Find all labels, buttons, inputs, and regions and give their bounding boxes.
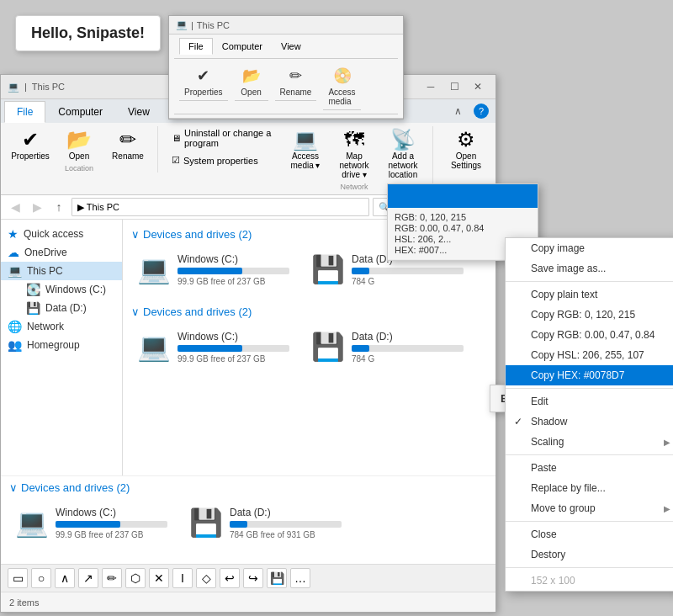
sidebar-sub-drives: 💽 Windows (C:) 💾 Data (D:) [1, 280, 122, 317]
ribbon-help-button[interactable]: ? [474, 104, 489, 119]
mini-open-label: Open [241, 88, 261, 97]
mini-rename-btn[interactable]: ✏ Rename [275, 62, 317, 101]
tool-cross[interactable]: ✕ [149, 568, 169, 588]
forward-button[interactable]: ▶ [28, 198, 46, 216]
tool-pencil[interactable]: ✏ [102, 568, 122, 588]
back-button[interactable]: ◀ [6, 198, 24, 216]
network-group-label: Network [340, 183, 368, 191]
drive-c-icon-3: 💻 [15, 507, 49, 539]
mini-rename-icon: ✏ [284, 64, 307, 88]
ctx-save-image[interactable]: Save image as... [506, 258, 673, 279]
access-media-button[interactable]: 💻 Accessmedia ▾ [283, 126, 328, 181]
tool-save[interactable]: 💾 [267, 568, 287, 588]
sidebar-item-windows-c[interactable]: 💽 Windows (C:) [19, 280, 122, 299]
drive-d-icon-3: 💾 [189, 507, 223, 539]
open-settings-button[interactable]: ⚙ Open Settings [443, 126, 489, 172]
tool-rect[interactable]: ▭ [8, 568, 28, 588]
ctx-paste[interactable]: Paste [506, 458, 673, 478]
ctx-edit[interactable]: Edit [506, 391, 673, 412]
drive-c-space-2: 99.9 GB free of 237 GB [178, 354, 289, 364]
rename-button[interactable]: ✏ Rename [105, 126, 151, 162]
mini-tab-view[interactable]: View [272, 38, 310, 55]
mini-access-media-icon: 📀 [331, 64, 354, 88]
ctx-copy-rgb-1[interactable]: Copy RGB: 0.00, 0.47, 0.84 [506, 325, 673, 345]
ctx-copy-plain[interactable]: Copy plain text [506, 284, 673, 305]
mini-properties-label: Properties [184, 88, 223, 97]
ctx-copy-rgb-0[interactable]: Copy RGB: 0, 120, 215 [506, 305, 673, 325]
section-title-1: Devices and drives (2) [143, 228, 252, 241]
ctx-copy-hex[interactable]: Copy HEX: #0078D7 [506, 365, 673, 385]
sidebar-item-thispc[interactable]: 💻 This PC [1, 262, 122, 280]
devices-drives-header-3[interactable]: ∨ Devices and drives (2) [9, 481, 487, 494]
drive-c-bar-wrap-2 [178, 345, 289, 352]
add-network-button[interactable]: 📡 Add a networklocation [380, 126, 426, 181]
tool-arrow-diag[interactable]: ↗ [78, 568, 98, 588]
ctx-replace-file[interactable]: Replace by file... [506, 478, 673, 498]
ctx-shadow[interactable]: ✓ Shadow [506, 412, 673, 432]
properties-label: Properties [11, 151, 50, 161]
map-network-button[interactable]: 🗺 Map networkdrive ▾ [331, 126, 377, 181]
drive-d-space-1: 784 G [352, 277, 464, 286]
tool-arrow-up[interactable]: ∧ [55, 568, 75, 588]
add-network-icon: 📡 [390, 128, 416, 151]
drive-item-windows-c-2[interactable]: 💻 Windows (C:) 99.9 GB free of 237 GB [131, 325, 295, 369]
tool-text[interactable]: I [172, 568, 193, 588]
ctx-move-to-group[interactable]: Move to group ▶ [506, 498, 673, 518]
sidebar-item-network[interactable]: 🌐 Network [1, 317, 122, 336]
minimize-button[interactable]: ─ [420, 78, 442, 95]
system-properties-button[interactable]: ☑ System properties [168, 153, 276, 167]
tool-more[interactable]: … [290, 568, 310, 588]
ctx-close[interactable]: Close [506, 524, 673, 544]
tool-marker[interactable]: ⬡ [125, 568, 146, 588]
mini-properties-icon: ✔ [192, 64, 215, 88]
open-icon: 📂 [66, 128, 92, 151]
ribbon-group-location: ✔ Properties 📂 Open ✏ Rename Location [8, 126, 158, 173]
ctx-destory[interactable]: Destory [506, 544, 673, 565]
homegroup-icon: 👥 [8, 338, 22, 352]
mini-tab-computer[interactable]: Computer [213, 38, 272, 55]
up-button[interactable]: ↑ [50, 198, 68, 216]
data-d-label: Data (D:) [45, 302, 87, 314]
open-button[interactable]: 📂 Open [56, 126, 102, 162]
ctx-dimensions: 152 x 100 [506, 571, 673, 591]
ribbon-minimize-button[interactable]: ∧ [447, 103, 469, 119]
sidebar-item-onedrive[interactable]: ☁ OneDrive [1, 243, 122, 262]
uninstall-button[interactable]: 🖥 Uninstall or change a program [168, 126, 276, 150]
tool-redo[interactable]: ↪ [243, 568, 263, 588]
ctx-scaling[interactable]: Scaling ▶ [506, 432, 673, 452]
sidebar-item-quickaccess[interactable]: ★ Quick access [1, 225, 122, 243]
drive-d-bar-wrap-1 [352, 268, 464, 274]
properties-button[interactable]: ✔ Properties [8, 126, 53, 162]
mini-tab-file[interactable]: File [179, 38, 213, 55]
homegroup-label: Homegroup [27, 339, 80, 351]
mini-open-btn[interactable]: 📂 Open [235, 62, 268, 101]
tool-undo[interactable]: ↩ [220, 568, 240, 588]
drive-d-icon-2: 💾 [311, 331, 345, 363]
tool-mosaic[interactable]: ◇ [196, 568, 216, 588]
tool-ellipse[interactable]: ○ [31, 568, 51, 588]
drive-item-windows-c-1[interactable]: 💻 Windows (C:) 99.9 GB free of 237 GB [131, 247, 295, 292]
mini-access-media-btn[interactable]: 📀 Accessmedia [323, 62, 360, 110]
sidebar-item-homegroup[interactable]: 👥 Homegroup [1, 336, 122, 354]
drive-item-data-d-2[interactable]: 💾 Data (D:) 784 G [305, 325, 469, 369]
drive-d-name-2: Data (D:) [352, 331, 464, 343]
ribbon-tab-computer[interactable]: Computer [45, 101, 115, 123]
maximize-button[interactable]: ☐ [443, 78, 465, 95]
ctx-copy-image[interactable]: Copy image [506, 238, 673, 258]
close-button[interactable]: ✕ [467, 78, 489, 95]
drive-item-windows-c-3[interactable]: 💻 Windows (C:) 99.9 GB free of 237 GB [9, 501, 173, 545]
open-label: Open [69, 151, 89, 161]
ribbon-tab-view[interactable]: View [115, 101, 162, 123]
onedrive-label: OneDrive [24, 247, 67, 258]
ctx-copy-hsl[interactable]: Copy HSL: 206, 255, 107 [506, 345, 673, 365]
drive-item-data-d-3[interactable]: 💾 Data (D:) 784 GB free of 931 GB [183, 501, 347, 545]
drives-grid-3: 💻 Windows (C:) 99.9 GB free of 237 GB 💾 … [9, 501, 487, 545]
uninstall-label: Uninstall or change a program [184, 128, 273, 148]
drive-d-name-3: Data (D:) [230, 507, 342, 518]
mini-properties-btn[interactable]: ✔ Properties [179, 62, 228, 101]
devices-drives-header-2[interactable]: ∨ Devices and drives (2) [131, 305, 487, 318]
address-bar[interactable]: ▶ This PC [72, 198, 369, 216]
ribbon-tab-file[interactable]: File [4, 101, 45, 123]
drive-d-bar-3 [230, 521, 247, 528]
sidebar-item-data-d[interactable]: 💾 Data (D:) [19, 299, 122, 317]
